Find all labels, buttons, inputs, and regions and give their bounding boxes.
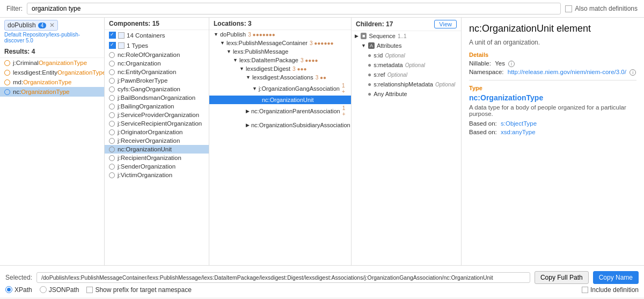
comp-item-7[interactable]: j:BailingOrganization xyxy=(105,102,209,111)
doPublish-close[interactable]: ✕ xyxy=(49,21,55,29)
based-on-1: Based on: s:ObjectType xyxy=(469,120,636,127)
comp-item-13[interactable]: j:RecipientOrganization xyxy=(105,154,209,162)
also-match-container: Also match definitions xyxy=(565,5,638,12)
selected-label: Selected: xyxy=(5,274,32,281)
comp-item-11[interactable]: j:ReceiverOrganization xyxy=(105,136,209,145)
comp-item-6[interactable]: j:BailBondsmanOrganization xyxy=(105,93,209,102)
jsonpath-label: JSONPath xyxy=(49,286,79,294)
loc-item-8[interactable]: ▶ nc:OrganizationParentAssociation 1 + xyxy=(209,104,351,118)
show-prefix-checkbox[interactable] xyxy=(86,287,93,293)
jsonpath-radio[interactable]: JSONPath xyxy=(40,286,79,294)
details-panel: nc:OrganizationUnit element A unit of an… xyxy=(462,18,644,265)
comp-item-3[interactable]: nc:EntityOrganization xyxy=(105,68,209,76)
comp-item-14[interactable]: j:SenderOrganization xyxy=(105,162,209,171)
comp-item-15[interactable]: j:VictimOrganization xyxy=(105,171,209,179)
comp-item-5[interactable]: cyfs:GangOrganization xyxy=(105,85,209,93)
xpath-radio[interactable]: XPath xyxy=(5,286,32,294)
filter-bar: Filter: Also match definitions xyxy=(0,0,644,18)
bottom-bar: Selected: Copy Full Path Copy Name XPath… xyxy=(0,265,644,297)
type-name[interactable]: nc:OrganizationType xyxy=(469,93,636,102)
nillable-value: Yes xyxy=(495,60,505,67)
comp-item-1[interactable]: nc:RoleOfOrganization xyxy=(105,50,209,59)
loc-triangle-2: ▼ xyxy=(226,49,231,54)
bottom-top-row: Selected: Copy Full Path Copy Name xyxy=(0,269,644,285)
loc-item-7[interactable]: nc:OrganizationUnit xyxy=(209,96,351,104)
types-checkbox[interactable]: ✓ xyxy=(109,42,116,49)
results-header: Results: 4 xyxy=(0,46,104,58)
children-panel: Children: 17 View ▶ ■ Sequence 1..1 ▼ A … xyxy=(352,18,462,265)
loc-item-6[interactable]: ▼ j:OrganizationGangAssociation 1 + xyxy=(209,82,351,96)
show-prefix-label: Show prefix for target namespace xyxy=(95,286,191,294)
types-label: 1 Types xyxy=(127,42,148,49)
triangle-icon: ▶ xyxy=(355,33,358,39)
comp-item-12[interactable]: nc:OrganizationUnit xyxy=(105,145,209,154)
child-item-ref[interactable]: ● s:ref Optional xyxy=(352,70,461,79)
namespace-link[interactable]: http://release.niem.gov/niem/niem-core/3… xyxy=(508,69,626,75)
loc-triangle-1: ▼ xyxy=(220,40,225,46)
loc-item-9[interactable]: ▶ nc:OrganizationSubsidiaryAssociation 1… xyxy=(209,118,351,132)
type-desc: A data type for a body of people organiz… xyxy=(469,104,636,117)
doPublish-count: 4 xyxy=(38,23,47,28)
loc-item-5[interactable]: ▼ lexsdigest:Associations 3 ●● xyxy=(209,73,351,82)
jsonpath-radio-circle xyxy=(40,286,47,293)
containers-label: 14 Containers xyxy=(127,32,165,39)
copy-full-path-button[interactable]: Copy Full Path xyxy=(535,271,589,284)
child-item-seq[interactable]: ▶ ■ Sequence 1..1 xyxy=(352,31,461,41)
comp-item-8[interactable]: j:ServiceProviderOrganization xyxy=(105,111,209,119)
loc-item-4[interactable]: ▼ lexsdigest:Digest 3 ●●● xyxy=(209,64,351,73)
loc-triangle-0: ▼ xyxy=(214,32,218,37)
detail-title: nc:OrganizationUnit element xyxy=(469,23,636,34)
result-item-3[interactable]: md:OrganizationType xyxy=(0,77,104,87)
child-item-relmeta[interactable]: ● s:relationshipMetadata Optional xyxy=(352,79,461,89)
child-item-sid[interactable]: ● s:id Optional xyxy=(352,50,461,60)
types-inner-check[interactable] xyxy=(118,42,125,49)
comp-item-9[interactable]: j:ServiceRecipientOrganization xyxy=(105,119,209,128)
components-panel: Components: 15 ✓ 14 Containers ✓ 1 Types… xyxy=(105,18,209,265)
types-row[interactable]: ✓ 1 Types xyxy=(105,40,209,50)
containers-checkbox[interactable]: ✓ xyxy=(109,32,116,39)
result-item-1[interactable]: j:CriminalOrganizationType xyxy=(0,58,104,68)
xpath-label: XPath xyxy=(14,286,32,294)
loc-triangle-8: ▶ xyxy=(246,108,250,114)
loc-item-0[interactable]: ▼ doPublish 3 ●●●●●●● xyxy=(209,30,351,39)
result-icon-4 xyxy=(4,89,10,95)
loc-item-2[interactable]: ▼ lexs:PublishMessage xyxy=(209,47,351,56)
nillable-row: Nillable: Yes i xyxy=(469,60,636,67)
comp-item-10[interactable]: j:OriginatorOrganization xyxy=(105,128,209,136)
path-input[interactable] xyxy=(36,272,530,283)
comp-item-4[interactable]: j:PawnBrokerType xyxy=(105,76,209,85)
type-section-label: Type xyxy=(469,85,636,91)
result-icon-2 xyxy=(4,70,10,76)
child-item-anyattr[interactable]: ● Any Attribute xyxy=(352,89,461,99)
containers-inner-check[interactable] xyxy=(118,32,125,39)
loc-item-1[interactable]: ▼ lexs:PublishMessageContainer 3 ●●●●●● xyxy=(209,39,351,47)
comp-item-2[interactable]: nc:Organization xyxy=(105,59,209,68)
include-def-checkbox[interactable] xyxy=(582,287,588,293)
child-item-metadata[interactable]: ● s:metadata Optional xyxy=(352,60,461,70)
details-section-label: Details xyxy=(469,52,636,58)
also-match-checkbox[interactable] xyxy=(565,5,572,12)
show-prefix-checkbox-container[interactable]: Show prefix for target namespace xyxy=(86,286,191,294)
loc-item-3[interactable]: ▼ lexs:DataItemPackage 3 ●●●● xyxy=(209,56,351,64)
view-button[interactable]: View xyxy=(434,20,457,28)
containers-row[interactable]: ✓ 14 Containers xyxy=(105,30,209,40)
xpath-radio-circle xyxy=(5,286,12,293)
result-item-2[interactable]: lexsdigest:EntityOrganizationType xyxy=(0,68,104,77)
based-on-1-value[interactable]: s:ObjectType xyxy=(501,120,537,127)
based-on-2-value[interactable]: xsd:anyType xyxy=(501,129,536,135)
components-header: Components: 15 xyxy=(105,18,209,30)
filter-label: Filter: xyxy=(6,5,23,12)
info-icon-nillable[interactable]: i xyxy=(508,61,515,67)
type-section: Type nc:OrganizationType A data type for… xyxy=(469,85,636,135)
locations-header: Locations: 3 xyxy=(209,18,351,30)
children-header-row: Children: 17 View xyxy=(352,18,461,31)
copy-name-button[interactable]: Copy Name xyxy=(593,271,639,284)
triangle-attrs-icon: ▼ xyxy=(361,43,366,48)
bottom-bottom-row: XPath JSONPath Show prefix for target na… xyxy=(0,285,644,295)
info-icon-namespace[interactable]: i xyxy=(630,69,636,76)
child-item-attrs[interactable]: ▼ A Attributes xyxy=(352,41,461,50)
filter-input[interactable] xyxy=(27,3,561,14)
detail-section-details: Details Nillable: Yes i Namespace: http:… xyxy=(469,52,636,76)
loc-triangle-3: ▼ xyxy=(233,57,238,63)
result-item-4[interactable]: nc:OrganizationType xyxy=(0,87,104,97)
